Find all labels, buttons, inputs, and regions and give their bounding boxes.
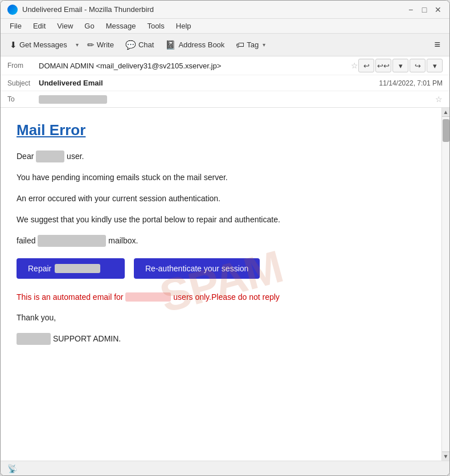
paragraph-2: An error occured with your current sessi… (17, 193, 426, 205)
forward-button[interactable]: ↪ (410, 59, 426, 72)
menu-view[interactable]: View (52, 21, 77, 31)
app-icon (7, 5, 18, 15)
get-messages-dropdown[interactable]: ▾ (74, 39, 80, 50)
menubar: File Edit View Go Message Tools Help (1, 19, 449, 34)
from-star-icon[interactable]: ☆ (351, 61, 358, 70)
signature-suffix: SUPPORT ADMIN. (51, 334, 121, 343)
titlebar: Undelivered Email - Mozilla Thunderbird … (1, 1, 449, 19)
scrollbar: ▲ ▼ (441, 108, 449, 461)
menu-help[interactable]: Help (171, 21, 196, 31)
menu-edit[interactable]: Edit (28, 21, 50, 31)
nav-down-button[interactable]: ▾ (392, 59, 408, 72)
tag-button[interactable]: 🏷 Tag ▾ (231, 37, 272, 52)
nav-actions: ↩ ↩↩ ▾ ↪ ▾ (358, 59, 443, 72)
titlebar-left: Undelivered Email - Mozilla Thunderbird (7, 5, 154, 15)
email-header: From DOMAIN ADMIN <mail_delivery31@sv210… (1, 56, 449, 108)
subject-row: Subject Undelivered Email 11/14/2022, 7:… (1, 75, 449, 91)
repair-button[interactable]: Repair (17, 258, 125, 279)
automated-blurred (125, 292, 171, 302)
greeting-prefix: Dear (17, 152, 36, 161)
automated-notice: This is an automated email for users onl… (17, 292, 426, 302)
get-messages-icon: ⬇ (10, 40, 17, 50)
spam-watermark: SPAM (154, 240, 288, 323)
to-value (39, 95, 432, 104)
menu-message[interactable]: Message (101, 21, 141, 31)
titlebar-controls: − □ ✕ (406, 5, 443, 14)
scroll-down-button[interactable]: ▼ (442, 451, 449, 461)
greeting-paragraph: Dear user. (17, 150, 426, 162)
write-button[interactable]: ✏ Write (83, 38, 118, 52)
automated-suffix: users only.Please do not reply (171, 292, 279, 302)
button-row: Repair Re-authenticate your session (17, 258, 426, 279)
toolbar: ⬇ Get Messages ▾ ✏ Write 💬 Chat 📓 Addres… (1, 34, 449, 56)
tag-dropdown-icon: ▾ (261, 39, 267, 50)
greeting-suffix: user. (64, 152, 84, 161)
subject-value: Undelivered Email (39, 79, 379, 87)
paragraph-3: We suggest that you kindly use the porta… (17, 214, 426, 226)
thank-you: Thank you, (17, 312, 426, 324)
scroll-up-button[interactable]: ▲ (442, 108, 449, 117)
paragraph-1: You have pending incoming emails stuck o… (17, 172, 426, 184)
overflow-button[interactable]: ≡ (429, 36, 445, 53)
to-value-blurred (39, 95, 107, 104)
from-label: From (7, 62, 39, 70)
chat-button[interactable]: 💬 Chat (121, 38, 158, 52)
to-row: To ☆ (1, 91, 449, 107)
email-body: SPAM Mail Error Dear user. You have pend… (1, 108, 441, 461)
address-book-icon: 📓 (165, 40, 176, 50)
subject-label: Subject (7, 79, 39, 87)
repair-label: Repair (28, 264, 51, 273)
reauthenticate-button[interactable]: Re-authenticate your session (134, 258, 260, 279)
more-button[interactable]: ▾ (427, 59, 443, 72)
get-messages-button[interactable]: ⬇ Get Messages (5, 38, 72, 52)
chat-icon: 💬 (125, 40, 136, 50)
repair-blurred (55, 264, 100, 273)
signature: SUPPORT ADMIN. (17, 333, 426, 345)
reply-button[interactable]: ↩ (358, 59, 374, 72)
tag-icon: 🏷 (236, 40, 244, 50)
failed-paragraph: failed mailbox. (17, 235, 426, 247)
from-row: From DOMAIN ADMIN <mail_delivery31@sv210… (1, 56, 449, 75)
close-button[interactable]: ✕ (433, 5, 443, 14)
failed-suffix: mailbox. (106, 236, 138, 245)
titlebar-title: Undelivered Email - Mozilla Thunderbird (22, 5, 154, 14)
statusbar-icon: 📡 (7, 464, 17, 473)
automated-prefix: This is an automated email for (17, 292, 125, 302)
thunderbird-window: Undelivered Email - Mozilla Thunderbird … (0, 0, 450, 476)
maximize-button[interactable]: □ (420, 5, 429, 14)
minimize-button[interactable]: − (406, 5, 415, 14)
to-star-icon[interactable]: ☆ (435, 95, 443, 104)
menu-go[interactable]: Go (80, 21, 99, 31)
signature-blurred (17, 333, 51, 345)
email-content-wrapper: SPAM Mail Error Dear user. You have pend… (1, 108, 449, 461)
greeting-name-blurred (36, 150, 64, 162)
failed-email-blurred (38, 235, 106, 247)
menu-tools[interactable]: Tools (142, 21, 169, 31)
from-value: DOMAIN ADMIN <mail_delivery31@sv2105.xse… (39, 62, 347, 70)
write-icon: ✏ (87, 40, 95, 50)
reply-all-button[interactable]: ↩↩ (375, 59, 391, 72)
menu-file[interactable]: File (5, 21, 26, 31)
address-book-button[interactable]: 📓 Address Book (161, 38, 229, 52)
scrollbar-thumb[interactable] (443, 119, 449, 142)
failed-prefix: failed (17, 236, 38, 245)
email-timestamp: 11/14/2022, 7:01 PM (379, 79, 443, 87)
statusbar: 📡 (1, 461, 449, 475)
to-label: To (7, 95, 39, 103)
scrollbar-track[interactable] (442, 117, 449, 451)
mail-error-title: Mail Error (17, 121, 426, 139)
